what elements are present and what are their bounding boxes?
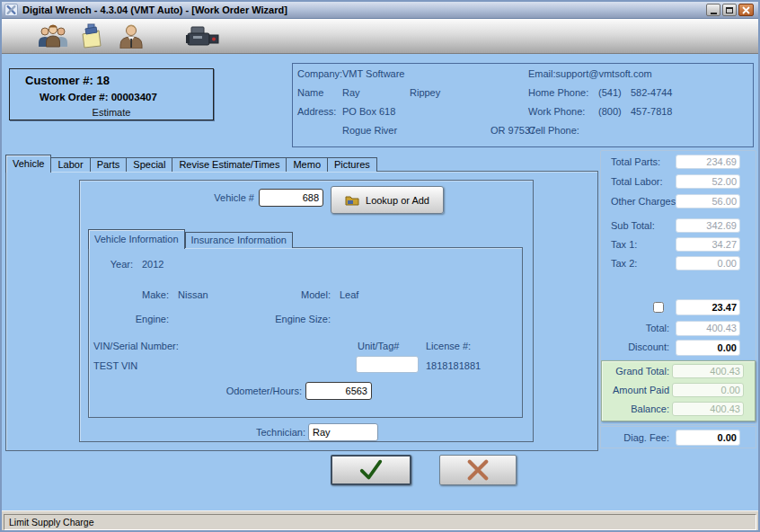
balance-label: Balance: [605, 403, 669, 414]
email-value: support@vmtsoft.com [556, 68, 652, 79]
work-order-line: Work Order #: 00003407 [40, 92, 157, 102]
other-charges-value: 56.00 [676, 194, 740, 208]
total-parts-label: Total Parts: [611, 156, 660, 167]
balance-value: 400.43 [672, 402, 744, 416]
grand-total-label: Grand Total: [605, 366, 669, 377]
home-phone-number: 582-4744 [631, 87, 673, 98]
minimize-icon [711, 13, 717, 14]
customers-toolbar-button[interactable] [36, 23, 70, 49]
odometer-label: Odometer/Hours: [194, 386, 302, 396]
status-bar: Limit Supply Charge [2, 510, 758, 532]
tax1-value: 34.27 [676, 237, 740, 252]
folder-icon [345, 194, 359, 206]
work-order-number: 00003407 [111, 92, 157, 102]
toolbar [2, 19, 758, 54]
lookup-or-add-button[interactable]: Lookup or Add [331, 186, 444, 214]
email-line: Email:support@vmtsoft.com [528, 68, 652, 79]
unit-tag-label: Unit/Tag# [358, 341, 399, 351]
diag-fee-input[interactable] [676, 430, 740, 446]
home-phone-label: Home Phone: [528, 87, 588, 98]
last-name-value: Rippey [410, 87, 440, 98]
customers-icon [37, 23, 69, 49]
minimize-button[interactable] [706, 4, 720, 16]
checkmark-icon [356, 458, 386, 482]
close-button[interactable] [738, 4, 754, 16]
tab-pictures[interactable]: Pictures [328, 157, 377, 172]
work-order-label: Work Order #: [40, 92, 108, 102]
vehicle-number-label: Vehicle # [164, 192, 254, 203]
customer-number-label: Customer #: [25, 74, 93, 87]
sub-total-label: Sub Total: [611, 220, 655, 231]
tab-revise-estimate-times[interactable]: Revise Estimate/Times [172, 157, 287, 172]
name-label: Name [297, 87, 323, 98]
work-phone-label: Work Phone: [528, 106, 585, 117]
email-label: Email: [528, 68, 556, 79]
license-label: License #: [426, 341, 471, 351]
tab-memo[interactable]: Memo [287, 157, 328, 172]
address-value: PO Box 618 [342, 106, 395, 117]
first-name-value: Ray [342, 87, 360, 98]
engine-label: Engine: [97, 314, 169, 324]
work-phone-area: (800) [598, 106, 622, 117]
unit-tag-input[interactable] [356, 356, 419, 373]
tax2-label: Tax 2: [611, 258, 637, 269]
make-value: Nissan [178, 289, 208, 300]
vin-value: TEST VIN [93, 360, 137, 371]
technician-icon [118, 23, 145, 49]
lookup-or-add-label: Lookup or Add [366, 195, 429, 206]
year-value: 2012 [142, 259, 163, 270]
subtab-vehicle-information[interactable]: Vehicle Information [88, 229, 185, 249]
estimate-toolbar-button[interactable] [77, 23, 104, 49]
total-parts-value: 234.69 [676, 155, 740, 169]
status-text: Limit Supply Charge [4, 514, 756, 530]
subtab-insurance-information[interactable]: Insurance Information [185, 232, 293, 248]
supply-charge-checkbox[interactable] [653, 302, 664, 313]
camera-icon [186, 26, 220, 48]
camera-toolbar-button[interactable] [185, 26, 221, 49]
tab-vehicle[interactable]: Vehicle [5, 155, 51, 173]
total-label: Total: [605, 323, 669, 333]
vehicle-number-input[interactable] [259, 189, 323, 207]
total-labor-value: 52.00 [676, 174, 740, 189]
supply-charge-input[interactable] [676, 299, 740, 315]
cancel-button[interactable] [439, 455, 517, 485]
customer-number-line: Customer #: 18 [25, 74, 110, 87]
address-label: Address: [297, 106, 336, 117]
sub-total-value: 342.69 [676, 218, 740, 233]
technician-toolbar-button[interactable] [117, 23, 146, 49]
make-label: Make: [97, 289, 169, 300]
amount-paid-label: Amount Paid [605, 385, 669, 395]
x-mark-icon [465, 459, 490, 481]
vehicle-subtab-bar: Vehicle Information Insurance Informatio… [88, 228, 293, 248]
model-label: Model: [259, 289, 331, 300]
technician-input[interactable] [308, 423, 378, 441]
home-phone-area: (541) [598, 87, 622, 98]
odometer-input[interactable] [305, 382, 372, 400]
wrench-icon [4, 4, 18, 16]
discount-input[interactable] [676, 340, 740, 356]
year-label: Year: [61, 259, 133, 270]
tab-parts[interactable]: Parts [91, 157, 128, 172]
tax2-value: 0.00 [676, 256, 740, 270]
window-title: Digital Wrench - 4.3.04 (VMT Auto) - [Wo… [22, 2, 287, 19]
model-value: Leaf [340, 289, 358, 300]
company-label: Company: [297, 68, 342, 79]
tab-special[interactable]: Special [127, 157, 172, 172]
amount-paid-value: 0.00 [672, 383, 744, 397]
tax1-label: Tax 1: [611, 239, 637, 250]
total-value: 400.43 [676, 321, 740, 336]
work-phone-number: 457-7818 [631, 106, 673, 117]
grand-total-value: 400.43 [672, 364, 744, 378]
main-tab-bar: Vehicle Labor Parts Special Revise Estim… [5, 154, 377, 172]
estimate-stamp-icon [78, 23, 103, 49]
tab-labor[interactable]: Labor [51, 157, 90, 172]
city-value: Rogue River [342, 125, 397, 136]
customer-number-value: 18 [96, 74, 109, 87]
total-labor-label: Total Labor: [611, 176, 662, 187]
ok-button[interactable] [331, 455, 411, 485]
technician-label: Technician: [198, 427, 305, 438]
close-icon [742, 6, 750, 14]
maximize-button[interactable] [722, 4, 737, 16]
vin-serial-label: VIN/Serial Number: [93, 341, 179, 351]
discount-label: Discount: [605, 341, 669, 352]
